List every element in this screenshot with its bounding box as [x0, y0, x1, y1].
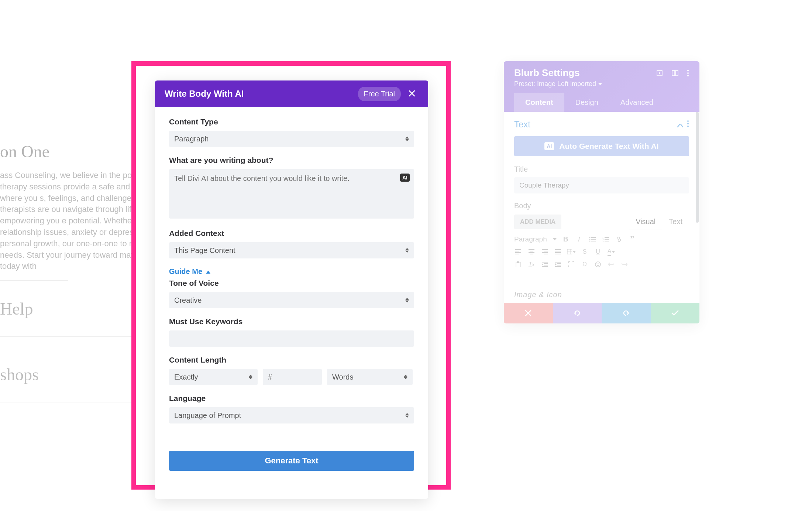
svg-rect-21: [605, 241, 609, 241]
svg-rect-43: [542, 262, 548, 263]
svg-rect-34: [555, 249, 561, 250]
content-type-value: Paragraph: [174, 135, 209, 143]
quote-icon[interactable]: ”: [628, 235, 636, 243]
svg-point-8: [687, 123, 689, 124]
svg-rect-23: [515, 251, 519, 251]
kebab-icon[interactable]: [687, 119, 689, 130]
free-trial-badge[interactable]: Free Trial: [358, 87, 401, 101]
table-icon[interactable]: [567, 248, 575, 256]
image-icon-section-label: Image & Icon: [514, 291, 689, 299]
paste-text-icon[interactable]: [514, 260, 522, 268]
align-justify-icon[interactable]: [554, 248, 562, 256]
expand-icon[interactable]: [656, 69, 663, 77]
ai-badge-icon[interactable]: AI: [400, 174, 410, 182]
add-media-button[interactable]: ADD MEDIA: [514, 215, 561, 229]
bullet-list-icon[interactable]: [588, 235, 596, 243]
content-length-label: Content Length: [169, 356, 414, 364]
title-input[interactable]: [514, 177, 689, 193]
editor-toolbar-row3: Tx Ω: [514, 260, 689, 268]
length-number-input[interactable]: [263, 369, 322, 385]
svg-rect-45: [544, 265, 548, 265]
tab-advanced[interactable]: Advanced: [609, 93, 664, 112]
close-icon[interactable]: [405, 87, 419, 101]
redo-icon: [622, 309, 630, 317]
svg-rect-49: [557, 265, 561, 265]
footer-redo-button[interactable]: [602, 303, 651, 323]
footer-undo-button[interactable]: [553, 303, 602, 323]
fullscreen-icon[interactable]: [567, 260, 575, 268]
tab-design[interactable]: Design: [564, 93, 609, 112]
outdent-icon[interactable]: [541, 260, 549, 268]
chevron-up-icon[interactable]: [677, 119, 683, 130]
content-length-group: Content Length Exactly Words: [169, 356, 414, 385]
auto-generate-text-button[interactable]: AI Auto Generate Text With AI: [514, 136, 689, 156]
link-icon[interactable]: [615, 235, 623, 243]
underline-icon[interactable]: U: [594, 248, 602, 256]
svg-point-4: [687, 70, 689, 71]
writing-about-textarea[interactable]: [169, 169, 414, 219]
editor-tab-text[interactable]: Text: [662, 214, 689, 230]
kebab-icon[interactable]: [687, 69, 689, 77]
omega-icon[interactable]: Ω: [581, 260, 589, 268]
tone-group: Tone of Voice Creative: [169, 279, 414, 308]
svg-point-53: [599, 263, 599, 264]
svg-rect-17: [605, 237, 609, 238]
ai-chip-icon: AI: [544, 142, 554, 150]
guide-me-link[interactable]: Guide Me: [169, 267, 210, 276]
svg-rect-41: [516, 262, 520, 267]
redo-icon[interactable]: [620, 260, 629, 268]
svg-point-14: [589, 241, 590, 242]
svg-rect-50: [555, 266, 561, 267]
bold-icon[interactable]: B: [562, 235, 570, 243]
keywords-input[interactable]: [169, 330, 414, 347]
editor-tab-visual[interactable]: Visual: [629, 214, 662, 230]
align-right-icon[interactable]: [541, 248, 549, 256]
svg-point-9: [687, 126, 689, 127]
undo-icon[interactable]: [607, 260, 615, 268]
text-color-icon[interactable]: A: [607, 248, 615, 256]
bg-heading-shops: shops: [0, 365, 39, 384]
generate-text-button[interactable]: Generate Text: [169, 451, 414, 471]
svg-rect-44: [544, 263, 548, 264]
length-unit-select[interactable]: Words: [327, 369, 413, 385]
align-center-icon[interactable]: [527, 248, 536, 256]
svg-rect-31: [544, 251, 548, 251]
chevron-up-icon: [206, 269, 210, 275]
svg-rect-15: [591, 241, 596, 241]
numbered-list-icon[interactable]: 123: [602, 235, 610, 243]
svg-rect-37: [555, 254, 561, 254]
clear-format-icon[interactable]: Tx: [527, 260, 536, 268]
indent-icon[interactable]: [554, 260, 562, 268]
length-mode-select[interactable]: Exactly: [169, 369, 258, 385]
svg-text:3: 3: [602, 240, 604, 242]
language-select[interactable]: Language of Prompt: [169, 407, 414, 423]
ai-modal-body: Content Type Paragraph What are you writ…: [155, 107, 428, 436]
italic-icon[interactable]: I: [575, 235, 583, 243]
undo-icon: [574, 309, 581, 317]
footer-close-button[interactable]: [504, 303, 553, 323]
tone-label: Tone of Voice: [169, 279, 414, 288]
writing-about-label: What are you writing about?: [169, 156, 414, 165]
emoji-icon[interactable]: [594, 260, 602, 268]
svg-rect-27: [530, 251, 533, 251]
blurb-tabs: Content Design Advanced: [514, 93, 689, 112]
added-context-select[interactable]: This Page Content: [169, 242, 414, 258]
tab-content[interactable]: Content: [514, 93, 564, 112]
scrollbar[interactable]: [696, 112, 699, 223]
svg-rect-25: [515, 254, 519, 254]
tone-select[interactable]: Creative: [169, 292, 414, 308]
preset-label[interactable]: Preset: Image Left imported: [514, 80, 602, 93]
length-mode-value: Exactly: [174, 373, 198, 381]
bg-heading-help: Help: [0, 299, 33, 319]
content-type-label: Content Type: [169, 117, 414, 126]
strikethrough-icon[interactable]: S: [581, 248, 589, 256]
columns-icon[interactable]: [671, 69, 679, 77]
bg-divider: [0, 280, 68, 281]
align-left-icon[interactable]: [514, 248, 522, 256]
paragraph-format-select[interactable]: Paragraph: [514, 235, 557, 243]
footer-save-button[interactable]: [651, 303, 700, 323]
length-unit-value: Words: [332, 373, 353, 381]
preset-text: Preset: Image Left imported: [514, 80, 596, 88]
text-section-header[interactable]: Text: [514, 119, 689, 130]
content-type-select[interactable]: Paragraph: [169, 131, 414, 147]
